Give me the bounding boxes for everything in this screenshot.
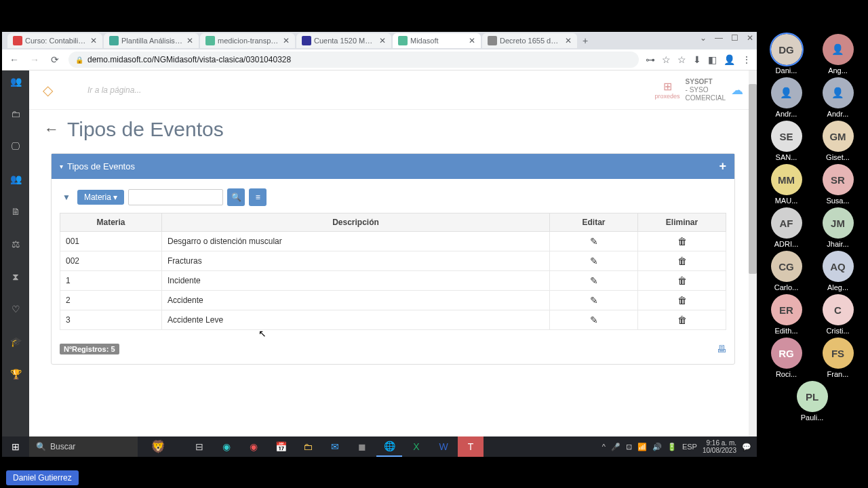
edit-button[interactable]: ✎	[590, 295, 598, 306]
col-descripcion[interactable]: Descripción	[162, 214, 550, 232]
app-3cx-icon[interactable]: ◼	[349, 436, 375, 457]
participant-item[interactable]: 👤Andr...	[762, 77, 811, 118]
tab-overflow-icon[interactable]: ⌄	[700, 33, 707, 43]
filter-icon[interactable]: ▼	[60, 192, 73, 202]
participant-item[interactable]: SRSusa...	[814, 164, 863, 205]
task-view-icon[interactable]: ⊟	[186, 436, 212, 457]
participant-item[interactable]: EREdith...	[762, 294, 811, 335]
sidebar-monitor-icon[interactable]: 🖵	[9, 140, 22, 153]
sidebar-heart-icon[interactable]: ♡	[9, 302, 22, 316]
start-button[interactable]: ⊞	[2, 441, 29, 452]
search-button[interactable]: 🔍	[227, 188, 245, 206]
participant-item[interactable]: 👤Ang...	[814, 34, 863, 75]
calendar-icon[interactable]: 📅	[268, 436, 294, 457]
edit-button[interactable]: ✎	[590, 314, 598, 325]
delete-button[interactable]: 🗑	[677, 275, 687, 286]
sidebar-folder-icon[interactable]: 🗀	[9, 107, 22, 121]
sidebar-grad-icon[interactable]: 🎓	[9, 335, 22, 348]
table-row[interactable]: 3Accidente Leve✎🗑	[60, 310, 726, 330]
browser-tab[interactable]: Cuenta 1520 Maquina✕	[296, 33, 391, 48]
edge-icon[interactable]: ◉	[214, 436, 239, 457]
explorer-icon[interactable]: 🗀	[295, 436, 321, 457]
edit-button[interactable]: ✎	[590, 236, 598, 247]
participant-item[interactable]: MMMAU...	[762, 164, 811, 205]
app-red-icon[interactable]: ◉	[241, 436, 267, 457]
table-row[interactable]: 1Incidente✎🗑	[60, 271, 726, 291]
lion-widget-icon[interactable]: 🦁	[138, 439, 178, 454]
table-row[interactable]: 2Accidente✎🗑	[60, 291, 726, 310]
participant-item[interactable]: 👤Andr...	[814, 77, 863, 118]
browser-tab[interactable]: Plantilla Análisis FODA✕	[104, 33, 199, 48]
panel-icon[interactable]: ◧	[708, 54, 717, 65]
edit-button[interactable]: ✎	[590, 256, 598, 266]
chrome-icon[interactable]: 🌐	[376, 436, 402, 457]
sidebar-doc-icon[interactable]: 🗎	[9, 205, 22, 218]
participant-item[interactable]: AQAleg...	[814, 251, 863, 291]
participant-item[interactable]: RGRoci...	[762, 338, 811, 378]
participant-item[interactable]: SESAN...	[762, 121, 811, 161]
word-icon[interactable]: W	[431, 436, 456, 457]
lang-indicator[interactable]: ESP	[682, 443, 697, 451]
delete-button[interactable]: 🗑	[677, 236, 687, 247]
key-icon[interactable]: ⊶	[646, 54, 655, 65]
minimize-button[interactable]: —	[715, 33, 723, 43]
delete-button[interactable]: 🗑	[677, 256, 687, 266]
participant-item[interactable]: JMJhair...	[814, 207, 863, 248]
goto-input[interactable]: Ir a la página...	[87, 85, 141, 95]
reload-button[interactable]: ⟳	[48, 53, 62, 66]
menu-icon[interactable]: ⋮	[742, 54, 751, 65]
logo-icon[interactable]: ◇	[43, 82, 67, 98]
bookmark-icon[interactable]: ☆	[677, 54, 686, 65]
close-tab-icon[interactable]: ✕	[186, 36, 193, 45]
address-bar[interactable]: 🔒 demo.midasoft.co/NGMidasoft/vista-clas…	[68, 52, 639, 68]
content-scrollbar[interactable]	[749, 70, 757, 436]
volume-icon[interactable]: 🔊	[652, 443, 662, 451]
apps-grid-icon[interactable]: ⊞	[655, 80, 680, 93]
maximize-button[interactable]: ☐	[731, 33, 738, 43]
browser-tab[interactable]: Curso: Contabilidad G✕	[7, 33, 102, 48]
close-tab-icon[interactable]: ✕	[469, 36, 475, 45]
close-tab-icon[interactable]: ✕	[379, 36, 386, 45]
materia-filter-button[interactable]: Materia ▾	[77, 190, 124, 205]
teams-icon[interactable]: T	[458, 436, 484, 457]
col-materia[interactable]: Materia	[60, 214, 162, 232]
back-button[interactable]: ←	[7, 53, 21, 66]
participant-item[interactable]: CCristi...	[814, 294, 863, 335]
delete-button[interactable]: 🗑	[677, 295, 687, 306]
mail-icon[interactable]: ✉	[322, 436, 348, 457]
edit-button[interactable]: ✎	[590, 275, 598, 286]
delete-button[interactable]: 🗑	[677, 314, 687, 325]
sidebar-group-icon[interactable]: 👥	[9, 172, 22, 186]
wifi-icon[interactable]: 📶	[637, 443, 647, 451]
chevron-up-icon[interactable]: ^	[602, 443, 606, 451]
forward-button[interactable]: →	[28, 53, 41, 66]
browser-tab[interactable]: medicion-transparen✕	[200, 33, 295, 48]
add-button[interactable]: +	[719, 159, 726, 174]
close-tab-icon[interactable]: ✕	[90, 36, 97, 45]
list-view-button[interactable]: ≡	[249, 188, 267, 206]
profile-icon[interactable]: 👤	[724, 54, 735, 65]
company-icon[interactable]: ☁	[731, 83, 743, 98]
participant-item[interactable]: CGCarlo...	[762, 251, 811, 291]
close-tab-icon[interactable]: ✕	[565, 36, 572, 45]
sidebar-users-icon[interactable]: 👥	[9, 75, 22, 88]
participant-item[interactable]: FSFran...	[814, 338, 863, 378]
close-tab-icon[interactable]: ✕	[283, 36, 290, 45]
battery-icon[interactable]: 🔋	[667, 443, 677, 451]
camera-icon[interactable]: ⊡	[626, 443, 632, 451]
translate-icon[interactable]: ☆	[662, 54, 671, 65]
download-icon[interactable]: ⬇	[693, 54, 701, 65]
page-back-button[interactable]: ←	[44, 121, 59, 138]
close-window-button[interactable]: ✕	[747, 33, 753, 43]
sidebar-balance-icon[interactable]: ⚖	[9, 237, 22, 251]
new-tab-button[interactable]: +	[578, 35, 592, 46]
table-row[interactable]: 002Fracturas✎🗑	[60, 251, 726, 271]
participant-item[interactable]: GMGiset...	[814, 121, 863, 161]
scrollbar-thumb[interactable]	[749, 84, 757, 274]
participant-item[interactable]: DGDani...	[762, 34, 811, 75]
browser-tab[interactable]: Midasoft✕	[393, 33, 481, 48]
participant-item[interactable]: AFADRI...	[762, 207, 811, 248]
panel-header[interactable]: ▾ Tipos de Eventos +	[52, 154, 734, 179]
search-input[interactable]	[128, 189, 223, 205]
sidebar-trophy-icon[interactable]: 🏆	[9, 367, 22, 381]
